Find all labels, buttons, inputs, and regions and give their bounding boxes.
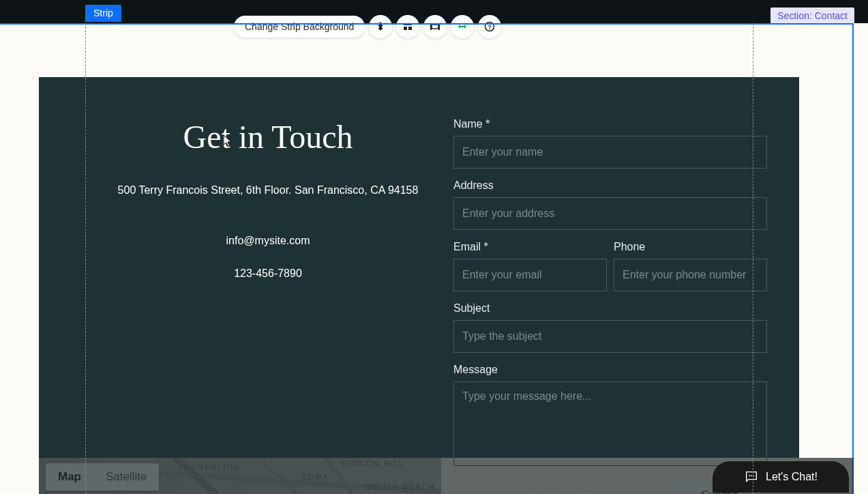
scroll-effects-icon[interactable] (369, 15, 392, 38)
contact-email: info@mysite.com (77, 235, 459, 247)
selection-top-border (0, 23, 854, 25)
contact-phone: 123-456-7890 (77, 267, 459, 280)
name-input[interactable] (453, 136, 767, 169)
svg-rect-3 (432, 25, 438, 29)
message-textarea[interactable] (453, 381, 767, 466)
chat-widget[interactable]: Let's Chat! (713, 461, 849, 493)
message-label: Message (453, 364, 767, 376)
section-tag[interactable]: Section: Contact (770, 8, 854, 24)
map-section[interactable]: TENDERLOIN SOMA RINCON HILL SOUTH BEACH … (39, 458, 441, 494)
change-strip-background-button[interactable]: Change Strip Background (234, 16, 365, 38)
svg-point-13 (749, 475, 750, 476)
svg-rect-1 (404, 27, 407, 30)
address-label: Address (453, 179, 767, 192)
stretch-icon[interactable] (423, 15, 447, 38)
map-type-toggle: Map Satellite (46, 463, 159, 491)
svg-rect-2 (408, 27, 412, 30)
strip-toolbar: Change Strip Background ? (234, 15, 501, 38)
chat-icon (744, 469, 759, 484)
subject-label: Subject (453, 302, 767, 315)
contact-address: 500 Terry Francois Street, 6th Floor. Sa… (77, 184, 459, 197)
svg-point-14 (751, 475, 752, 476)
selection-right-border (852, 23, 854, 494)
guide-right (753, 23, 753, 494)
svg-text:?: ? (488, 24, 492, 31)
address-input[interactable] (453, 197, 767, 230)
name-label: Name * (453, 118, 767, 130)
satellite-button[interactable]: Satellite (93, 463, 159, 491)
phone-input[interactable] (614, 259, 767, 291)
guide-left (85, 23, 86, 494)
help-icon[interactable]: ? (478, 15, 501, 38)
map-label-rincon: RINCON HILL (342, 459, 405, 467)
email-input[interactable] (453, 259, 607, 291)
chat-label: Let's Chat! (766, 471, 818, 483)
contact-strip[interactable]: Get in Touch 500 Terry Francois Street, … (39, 77, 799, 458)
svg-line-11 (257, 458, 298, 494)
email-label: Email * (453, 241, 607, 253)
thanks-message: Thanks for submitting! (474, 486, 612, 494)
map-label-south-beach: SOUTH BEACH (366, 482, 435, 491)
contact-form: Name * Address Email * Phone Subject Mes… (453, 118, 767, 494)
map-label-soma: SOMA (301, 473, 329, 481)
map-button[interactable]: Map (46, 463, 93, 491)
contact-info-column: Get in Touch 500 Terry Francois Street, … (77, 118, 459, 280)
subject-input[interactable] (453, 320, 767, 353)
layout-icon[interactable] (396, 15, 419, 38)
resize-horizontal-icon[interactable] (451, 15, 474, 38)
phone-label: Phone (614, 241, 767, 253)
strip-tag[interactable]: Strip (85, 5, 121, 22)
contact-heading: Get in Touch (77, 118, 459, 156)
map-label-tenderloin: TENDERLOIN (179, 463, 241, 471)
